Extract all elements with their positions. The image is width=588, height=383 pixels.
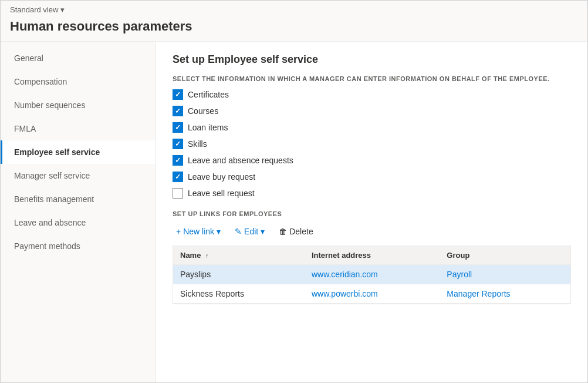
- checkbox-loan-items[interactable]: [173, 122, 183, 133]
- cell-address-0[interactable]: www.ceridian.com: [305, 265, 440, 284]
- delete-button[interactable]: 🗑 Delete: [275, 224, 316, 238]
- cell-name-0: Payslips: [173, 265, 305, 284]
- table-header-row: Name ↑ Internet address Group: [173, 246, 570, 265]
- cell-group-1: Manager Reports: [440, 284, 570, 304]
- sort-asc-icon: ↑: [205, 252, 209, 259]
- checkbox-leave-sell-request[interactable]: [173, 188, 183, 199]
- cell-group-0: Payroll: [440, 265, 570, 284]
- instruction-label: SELECT THE INFORMATION IN WHICH A MANAGE…: [173, 75, 571, 82]
- checkbox-label-leave-absence-requests: Leave and absence requests: [188, 156, 293, 165]
- checkbox-label-leave-sell-request: Leave sell request: [188, 189, 255, 198]
- checkbox-certificates[interactable]: [173, 89, 183, 100]
- checkbox-label-courses: Courses: [188, 106, 218, 116]
- checkbox-item-courses: Courses: [173, 106, 571, 116]
- edit-chevron-icon: ▾: [261, 227, 265, 236]
- standard-view-label: Standard view: [10, 5, 58, 14]
- sidebar-item-manager-self-service[interactable]: Manager self service: [1, 164, 156, 187]
- new-link-button[interactable]: + New link ▾: [173, 224, 224, 238]
- checkbox-item-leave-absence-requests: Leave and absence requests: [173, 155, 571, 166]
- edit-icon: ✎: [235, 227, 242, 236]
- sidebar-item-payment-methods[interactable]: Payment methods: [1, 234, 156, 258]
- checkbox-label-skills: Skills: [188, 139, 207, 149]
- checkbox-label-certificates: Certificates: [188, 90, 229, 99]
- sidebar: GeneralCompensationNumber sequencesFMLAE…: [1, 42, 156, 382]
- checkbox-leave-buy-request[interactable]: [173, 172, 183, 182]
- sidebar-item-general[interactable]: General: [1, 46, 156, 70]
- column-group[interactable]: Group: [440, 246, 570, 265]
- page-title: Human resources parameters: [1, 16, 587, 41]
- sidebar-item-leave-and-absence[interactable]: Leave and absence: [1, 211, 156, 234]
- sidebar-item-fmla[interactable]: FMLA: [1, 117, 156, 140]
- content-area: Set up Employee self service SELECT THE …: [156, 42, 587, 382]
- checkbox-item-certificates: Certificates: [173, 89, 571, 100]
- checkbox-leave-absence-requests[interactable]: [173, 155, 183, 166]
- checkbox-group: CertificatesCoursesLoan itemsSkillsLeave…: [173, 89, 571, 199]
- links-section-title: SET UP LINKS FOR EMPLOYEES: [173, 210, 571, 217]
- delete-label: Delete: [289, 227, 313, 236]
- checkbox-item-skills: Skills: [173, 139, 571, 149]
- sidebar-item-employee-self-service[interactable]: Employee self service: [1, 140, 156, 164]
- edit-label: Edit: [244, 227, 258, 236]
- cell-name-1: Sickness Reports: [173, 284, 305, 304]
- checkbox-item-leave-sell-request: Leave sell request: [173, 188, 571, 199]
- table-row[interactable]: Sickness Reportswww.powerbi.comManager R…: [173, 284, 570, 304]
- chevron-down-icon: ▾: [60, 5, 65, 14]
- standard-view-dropdown[interactable]: Standard view ▾: [10, 5, 578, 14]
- checkbox-courses[interactable]: [173, 106, 183, 116]
- delete-icon: 🗑: [279, 227, 287, 236]
- checkbox-skills[interactable]: [173, 139, 183, 149]
- column-name[interactable]: Name ↑: [173, 246, 305, 265]
- new-link-chevron-icon: ▾: [217, 227, 221, 236]
- edit-button[interactable]: ✎ Edit ▾: [231, 224, 268, 238]
- sidebar-item-number-sequences[interactable]: Number sequences: [1, 93, 156, 117]
- sidebar-item-benefits-management[interactable]: Benefits management: [1, 187, 156, 211]
- section-title: Set up Employee self service: [173, 53, 571, 66]
- cell-address-1[interactable]: www.powerbi.com: [305, 284, 440, 304]
- sidebar-item-compensation[interactable]: Compensation: [1, 70, 156, 93]
- column-internet-address[interactable]: Internet address: [305, 246, 440, 265]
- toolbar: + New link ▾ ✎ Edit ▾ 🗑 Delete: [173, 224, 571, 238]
- checkbox-label-loan-items: Loan items: [188, 123, 228, 132]
- checkbox-item-loan-items: Loan items: [173, 122, 571, 133]
- plus-icon: +: [176, 227, 181, 236]
- new-link-label: New link: [183, 227, 214, 236]
- links-table: Name ↑ Internet address Group Pa: [173, 246, 570, 304]
- checkbox-label-leave-buy-request: Leave buy request: [188, 172, 255, 182]
- table-row[interactable]: Payslipswww.ceridian.comPayroll: [173, 265, 570, 284]
- checkbox-item-leave-buy-request: Leave buy request: [173, 172, 571, 182]
- links-table-container: Name ↑ Internet address Group Pa: [173, 246, 571, 304]
